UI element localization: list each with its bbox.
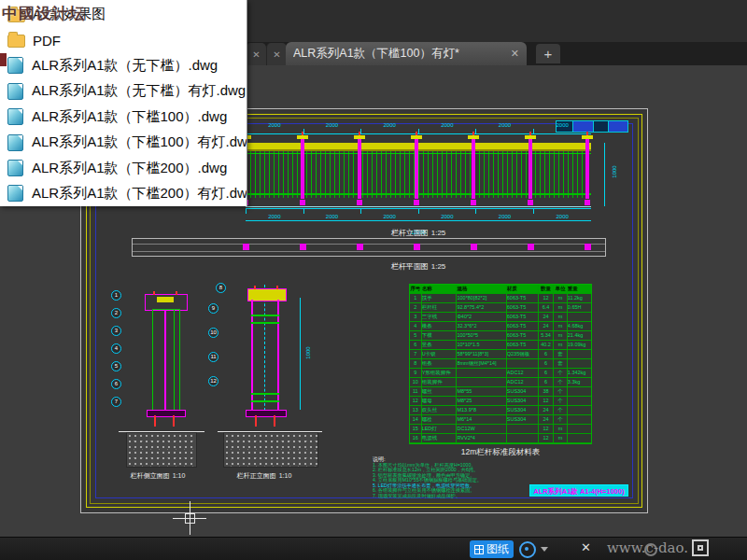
tab-close-icon[interactable]: ✕ <box>252 49 260 60</box>
tab-close-icon[interactable]: ✕ <box>511 48 519 60</box>
picket-infill <box>246 151 591 198</box>
table-row: 13双头丝M13.9*8SUS30424个 <box>410 406 591 415</box>
table-row: 2栏杆柱92.8*75.4*26063-T56.4m0.65H <box>410 303 591 313</box>
table-row: 11螺丝M8*55SUS30438个 <box>410 387 591 397</box>
tab-hidden-1[interactable]: ✕ <box>246 43 266 65</box>
plan-label: 栏杆平面图1:25 <box>246 261 591 272</box>
table-row: 8组条8mm钢丝[M4*14]6套 <box>410 359 591 369</box>
list-item[interactable]: ALR系列A1款（下槛100）有灯.dwg <box>0 130 247 155</box>
table-row: 12螺母M8*25SUS30412个 <box>410 397 591 406</box>
list-item[interactable]: PDF <box>0 27 247 52</box>
table-row: 4横条32.3*6*26063-T524m4.68kg <box>410 322 591 331</box>
post <box>415 139 418 199</box>
plan-view <box>132 238 606 257</box>
elevation-bottom-dims: 200020002000200020002000 <box>246 214 591 220</box>
corner-watermark: 中國设计坛 <box>2 3 86 24</box>
site-watermark: www.c-dao. <box>607 539 709 556</box>
callout: 1 <box>111 290 121 301</box>
file-list-panel: A1款效果图 PDF ALR系列A1款（无下槛）.dwg ALR系列A1款（无下… <box>0 0 247 206</box>
dropdown-caret-icon[interactable] <box>541 547 548 552</box>
sheet-mode-button[interactable]: 图纸 <box>470 540 514 558</box>
tab-active[interactable]: ALR系列A1款（下槛100）有灯* ✕ <box>286 42 527 65</box>
table-row: 6竖条10*10*1.56063-T540.2m19.09kg <box>410 341 591 350</box>
compass-icon[interactable] <box>519 541 536 558</box>
table-header-row: 序号名称规格材质数量单位重量 <box>410 285 591 294</box>
list-item[interactable]: ALR系列A1款（下槛100）.dwg <box>0 105 247 130</box>
side-detail-view: 1 2 3 4 5 6 7 <box>111 281 204 479</box>
callout: 4 <box>111 343 121 354</box>
dwg-file-icon <box>7 134 23 151</box>
callout: 11 <box>208 352 218 362</box>
post <box>529 139 532 199</box>
table-row: 17接线盒6063-T510.55m4.20kg <box>410 443 591 444</box>
list-item[interactable]: ALR系列A1款（下槛200）.dwg <box>0 155 247 180</box>
callout: 6 <box>111 379 121 389</box>
tool-x-icon[interactable]: ✕ <box>581 540 591 554</box>
table-row: 15LED灯DC12W12m <box>410 425 591 434</box>
site-logo-icon <box>692 539 709 556</box>
tab-close-icon[interactable]: ✕ <box>273 49 280 60</box>
table-row: 1扶手100*80[82*2]6063-T512m11.2kg <box>410 294 591 303</box>
callout: 7 <box>111 397 121 407</box>
top-rail <box>246 143 591 151</box>
front-detail-label: 栏杆正立面图1:10 <box>208 471 320 481</box>
table-row: 7U卡锁58*99*11[8*3]Q235钢板6套 <box>410 350 591 359</box>
tab-hidden-2[interactable]: ✕ <box>266 43 287 65</box>
callout: 8 <box>216 283 226 293</box>
status-bar: 图纸 ✕ www.c-dao. <box>0 537 747 560</box>
material-table: 序号名称规格材质数量单位重量1扶手100*80[82*2]6063-T512m1… <box>409 284 592 444</box>
dwg-file-icon <box>7 160 23 176</box>
table-row: 5下槛100*50*56063-T55.34m21.4kg <box>410 331 591 341</box>
post <box>585 139 589 199</box>
model-tag: ALR系列A1款 A1-4(H=1000) <box>529 484 628 497</box>
list-item[interactable]: ALR系列A1款（下槛200）有灯.dwg <box>0 181 247 206</box>
callout: 12 <box>208 376 218 386</box>
list-item[interactable]: ALR系列A1款（无下槛）.dwg <box>0 53 247 78</box>
post <box>358 139 361 199</box>
dwg-file-icon <box>7 83 23 100</box>
tab-label: ALR系列A1款（下槛100）有灯* <box>293 46 505 62</box>
callout: 5 <box>111 361 121 371</box>
elevation-label: 栏杆立面图1:25 <box>246 228 591 238</box>
callout: 2 <box>111 308 121 318</box>
concrete-base <box>126 432 197 468</box>
post <box>301 139 304 199</box>
dwg-file-icon <box>7 57 23 74</box>
add-tab-button[interactable]: + <box>536 44 560 63</box>
dwg-file-icon <box>7 108 23 125</box>
table-row: 9Y形组装脚件ADC126个1.342kg <box>410 369 591 378</box>
post <box>472 139 475 199</box>
folder-icon <box>7 35 25 48</box>
app-window: ✕ ✕ ALR系列A1款（下槛100）有灯* ✕ + 2000200020002… <box>0 0 747 560</box>
table-row: 3三字线Φ40*26063-T524m <box>410 313 591 322</box>
dimension-line <box>246 129 591 134</box>
crosshair-pickbox <box>185 513 195 524</box>
dwg-file-icon <box>7 185 23 202</box>
callout: 3 <box>111 326 121 336</box>
sheet-grid-icon <box>474 545 484 554</box>
callout: 10 <box>208 328 218 338</box>
side-detail-label: 栏杆侧立面图1:10 <box>111 471 204 481</box>
elevation-top-dims: 200020002000200020002000 <box>246 122 591 129</box>
table-row: 10组装脚件ADC126个3.3kg <box>410 378 591 387</box>
callout: 9 <box>208 303 218 314</box>
table-row: 14螺栓M6*14SUS30424个 <box>410 415 591 425</box>
concrete-base <box>223 432 318 468</box>
front-detail-view: 8 9 10 11 12 1000 <box>208 281 320 479</box>
edge-red-chip <box>0 53 7 66</box>
table-row: 16电源线RVV2*412m <box>410 434 591 443</box>
list-item[interactable]: ALR系列A1款（无下槛）有灯.dwg <box>0 78 247 104</box>
